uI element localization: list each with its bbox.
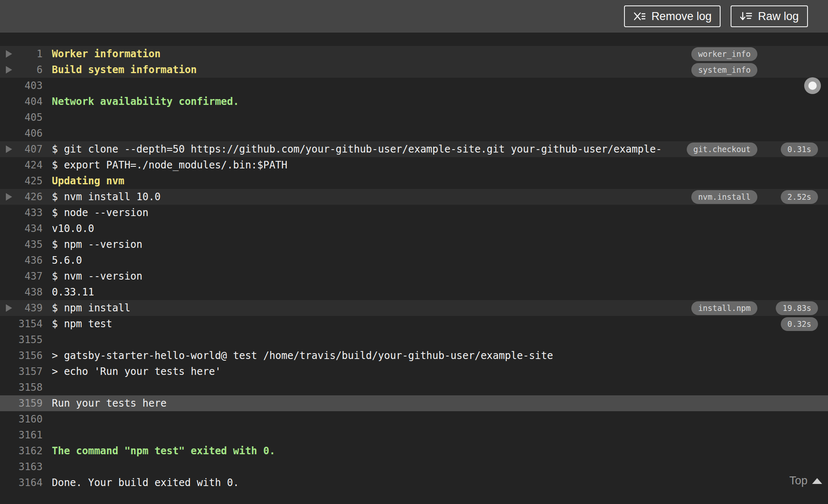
log-row: 3156 > gatsby-starter-hello-world@ test … [0,348,828,364]
line-number[interactable]: 3155 [18,334,43,346]
line-number[interactable]: 3157 [18,366,43,377]
line-number[interactable]: 433 [18,207,43,219]
log-row: 425 Updating nvm [0,173,828,189]
raw-log-label: Raw log [758,10,799,23]
duration-slot: 0.31s [757,143,818,156]
log-row: 403 [0,78,828,94]
line-number[interactable]: 435 [18,239,43,250]
log-row: 405 [0,109,828,125]
line-number[interactable]: 3161 [18,429,43,441]
line-number[interactable]: 404 [18,96,43,107]
log-row: 406 [0,125,828,141]
line-text: $ git clone --depth=50 https://github.co… [52,143,687,155]
line-text: Network availability confirmed. [52,96,757,107]
line-text: > gatsby-starter-hello-world@ test /home… [52,350,757,361]
log-pane: 1 Worker information worker_info 6 Build… [0,33,828,491]
fold-toggle-icon[interactable] [6,304,18,312]
raw-log-button[interactable]: Raw log [731,5,808,27]
fold-name-badge: install.npm [691,301,757,315]
line-text: $ node --version [52,207,757,219]
line-number[interactable]: 3158 [18,382,43,393]
log-row: 1 Worker information worker_info [0,46,828,62]
line-number[interactable]: 438 [18,286,43,298]
line-number[interactable]: 403 [18,80,43,92]
line-number[interactable]: 406 [18,127,43,139]
log-row: 3162 The command "npm test" exited with … [0,443,828,459]
line-number[interactable]: 434 [18,223,43,234]
line-number[interactable]: 405 [18,112,43,123]
top-link[interactable]: Top [789,474,822,487]
top-link-label: Top [789,474,808,487]
duration-badge: 2.52s [781,190,818,204]
circle-dot-icon [808,81,817,90]
line-text: $ npm install [52,302,691,314]
line-number[interactable]: 424 [18,159,43,171]
fold-toggle-icon[interactable] [6,66,18,74]
remove-log-icon [633,11,646,22]
log: 1 Worker information worker_info 6 Build… [0,46,828,491]
line-text: Run your tests here [52,397,757,409]
duration-slot: 19.83s [757,301,818,315]
line-number[interactable]: 3163 [18,461,43,473]
line-text: $ npm --version [52,239,757,250]
line-text: $ npm test [52,318,757,330]
line-text: Done. Your build exited with 0. [52,477,757,489]
fold-toggle-icon[interactable] [6,145,18,153]
line-number[interactable]: 407 [18,143,43,155]
line-number[interactable]: 437 [18,270,43,282]
duration-badge: 19.83s [776,301,818,315]
line-text: Build system information [52,64,691,76]
raw-log-icon [740,11,752,22]
line-number[interactable]: 3160 [18,413,43,425]
log-row: 437 $ nvm --version [0,268,828,284]
line-number[interactable]: 426 [18,191,43,203]
log-row: 426 $ nvm install 10.0 nvm.install 2.52s [0,189,828,205]
log-row: 3160 [0,411,828,427]
log-row: 3161 [0,427,828,443]
log-row: 404 Network availability confirmed. [0,94,828,109]
line-text: v10.0.0 [52,223,757,234]
duration-slot: 2.52s [757,190,818,204]
fold-name-badge: worker_info [691,47,757,61]
remove-log-label: Remove log [651,10,711,23]
line-text: Worker information [52,48,691,60]
fold-name-badge: system_info [691,63,757,77]
line-text: $ nvm --version [52,270,757,282]
line-number[interactable]: 436 [18,255,43,266]
line-number[interactable]: 425 [18,175,43,187]
line-number[interactable]: 3154 [18,318,43,330]
duration-badge: 0.32s [781,317,818,331]
duration-slot: 0.32s [757,317,818,331]
log-row: 3157 > echo 'Run your tests here' [0,364,828,379]
log-row: 3155 [0,332,828,348]
line-number[interactable]: 1 [18,48,43,60]
follow-log-button[interactable] [804,77,821,94]
line-text: 0.33.11 [52,286,757,298]
fold-toggle-icon[interactable] [6,50,18,58]
toolbar: Remove log Raw log [0,0,828,33]
line-number[interactable]: 439 [18,302,43,314]
log-row: 3158 [0,379,828,395]
line-number[interactable]: 3162 [18,445,43,457]
line-text: 5.6.0 [52,255,757,266]
log-row: 3164 Done. Your build exited with 0. [0,475,828,491]
log-row: 3154 $ npm test 0.32s [0,316,828,332]
log-row: 435 $ npm --version [0,237,828,252]
log-row: 407 $ git clone --depth=50 https://githu… [0,141,828,157]
log-row: 424 $ export PATH=./node_modules/.bin:$P… [0,157,828,173]
line-number[interactable]: 3159 [18,397,43,409]
fold-name-badge: git.checkout [687,143,757,156]
line-number[interactable]: 3164 [18,477,43,489]
line-text: $ nvm install 10.0 [52,191,691,203]
log-row: 438 0.33.11 [0,284,828,300]
remove-log-button[interactable]: Remove log [624,5,721,27]
line-number[interactable]: 6 [18,64,43,76]
fold-toggle-icon[interactable] [6,193,18,201]
log-row: 436 5.6.0 [0,252,828,268]
log-row: 3159 Run your tests here [0,395,828,411]
log-row: 434 v10.0.0 [0,221,828,237]
line-text: $ export PATH=./node_modules/.bin:$PATH [52,159,757,171]
log-row: 433 $ node --version [0,205,828,221]
line-text: The command "npm test" exited with 0. [52,445,757,457]
line-number[interactable]: 3156 [18,350,43,361]
